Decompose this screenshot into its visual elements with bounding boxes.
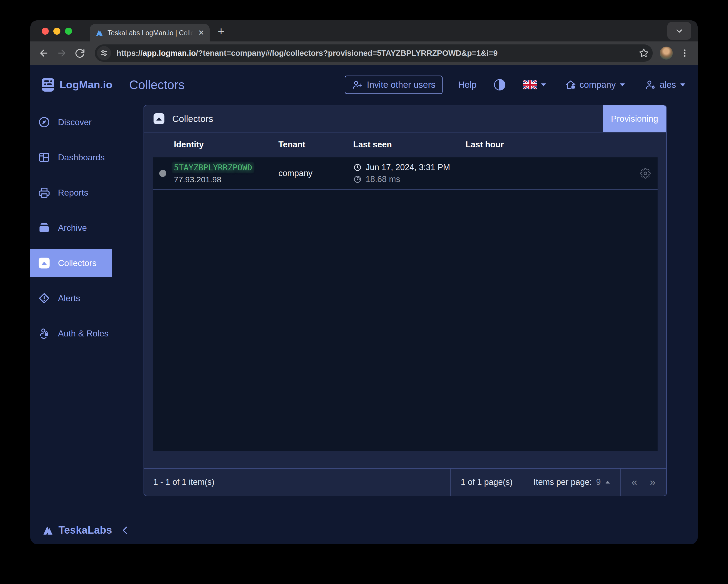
bookmark-star-icon[interactable] [639, 48, 649, 58]
footer-brand-name[interactable]: TeskaLabs [58, 525, 112, 536]
dashboard-grid-icon [38, 151, 50, 163]
table-row[interactable]: 5TAYZBPLYRRZPOWD 77.93.201.98 company [153, 157, 657, 189]
help-link[interactable]: Help [458, 80, 477, 90]
user-label: ales [659, 80, 676, 90]
archive-box-icon [38, 222, 50, 234]
latency-icon [353, 175, 362, 184]
sidebar-item-label: Alerts [58, 294, 80, 303]
sidebar-item-label: Discover [58, 117, 92, 127]
sidebar-item-label: Collectors [58, 258, 97, 268]
tab-title: TeskaLabs LogMan.io | Collec [107, 29, 193, 37]
items-count: 1 - 1 of 1 item(s) [144, 468, 450, 496]
back-button-icon[interactable] [38, 48, 49, 58]
forward-button-icon[interactable] [56, 48, 67, 58]
page-title: Collectors [129, 77, 185, 92]
items-per-page-label: Items per page: [534, 477, 592, 487]
logman-logo-icon [40, 77, 56, 93]
sidebar-item-archive[interactable]: Archive [30, 214, 116, 242]
user-lock-icon [38, 327, 50, 340]
sidebar-item-reports[interactable]: Reports [30, 178, 116, 207]
minimize-window-button[interactable] [53, 28, 60, 35]
new-tab-button[interactable]: + [218, 26, 225, 37]
brand-name: LogMan.io [59, 79, 112, 91]
clock-icon [353, 163, 362, 172]
browser-menu-icon[interactable] [680, 48, 690, 58]
theme-contrast-toggle[interactable] [494, 79, 505, 91]
home-lock-icon [565, 79, 576, 91]
user-gear-icon [645, 79, 656, 91]
chevron-down-icon [680, 83, 685, 86]
teskalabs-favicon-icon [95, 29, 103, 37]
app-body: Discover Dashboards [30, 105, 698, 497]
chevron-down-icon [675, 26, 684, 35]
tenant-cell: company [279, 169, 353, 178]
caret-up-icon [605, 481, 610, 483]
panel-header: Collectors Provisioning [144, 105, 666, 132]
previous-page-button[interactable]: « [631, 477, 637, 488]
panel-body: Identity Tenant Last seen Last hour [144, 132, 666, 468]
last-seen-cell: Jun 17, 2024, 3:31 PM [353, 162, 466, 184]
items-per-page: Items per page: 9 [523, 468, 620, 496]
reload-button-icon[interactable] [74, 48, 85, 58]
tab-search-button[interactable] [667, 22, 691, 40]
sidebar-item-discover[interactable]: Discover [30, 108, 116, 136]
identity-cell: 5TAYZBPLYRRZPOWD 77.93.201.98 [174, 162, 279, 184]
sidebar-item-label: Auth & Roles [58, 329, 109, 338]
user-plus-icon [352, 79, 363, 90]
collectors-image-icon [38, 257, 50, 269]
sidebar: Discover Dashboards [30, 105, 116, 497]
tenant-label: company [579, 80, 616, 90]
main-content: Collectors Provisioning Identity Tenant … [116, 105, 698, 497]
zoom-window-button[interactable] [65, 28, 72, 35]
browser-toolbar: https://app.logman.io/?tenant=company#/l… [30, 42, 698, 65]
compass-icon [38, 116, 50, 128]
sidebar-item-alerts[interactable]: Alerts [30, 284, 116, 312]
app-header: LogMan.io Collectors Invite other users … [30, 65, 698, 105]
language-dropdown[interactable] [523, 80, 546, 90]
collectors-image-icon [153, 112, 165, 125]
collector-status-dot [159, 170, 166, 177]
invite-users-button[interactable]: Invite other users [345, 76, 443, 94]
browser-tab[interactable]: TeskaLabs LogMan.io | Collec ✕ [90, 24, 210, 42]
sidebar-collapse-chevron-icon[interactable] [120, 525, 131, 536]
tab-close-icon[interactable]: ✕ [198, 29, 205, 37]
collector-identity-link[interactable]: 5TAYZBPLYRRZPOWD [172, 162, 254, 173]
tune-icon [100, 49, 108, 57]
chevron-down-icon [620, 83, 625, 86]
row-settings-gear-icon[interactable] [640, 168, 651, 179]
provisioning-button[interactable]: Provisioning [603, 105, 666, 132]
user-dropdown[interactable]: ales [645, 79, 685, 91]
close-window-button[interactable] [42, 28, 49, 35]
column-last-seen: Last seen [353, 140, 466, 150]
uk-flag-icon [523, 80, 537, 90]
tenant-dropdown[interactable]: company [565, 79, 625, 91]
screenshot-canvas: TeskaLabs LogMan.io | Collec ✕ + [0, 0, 728, 584]
traffic-lights [30, 28, 72, 42]
table-header: Identity Tenant Last seen Last hour [153, 132, 657, 157]
sidebar-item-label: Reports [58, 188, 88, 198]
column-last-hour: Last hour [466, 140, 633, 150]
column-identity: Identity [174, 140, 279, 150]
logman-app: LogMan.io Collectors Invite other users … [30, 65, 698, 544]
sidebar-item-auth-roles[interactable]: Auth & Roles [30, 319, 116, 348]
latency-value: 18.68 ms [366, 174, 400, 184]
sidebar-item-collectors[interactable]: Collectors [30, 249, 112, 277]
browser-window: TeskaLabs LogMan.io | Collec ✕ + [30, 20, 698, 544]
url-bar[interactable]: https://app.logman.io/?tenant=company#/l… [95, 45, 653, 62]
table-body: 5TAYZBPLYRRZPOWD 77.93.201.98 company [153, 157, 657, 451]
sidebar-item-dashboards[interactable]: Dashboards [30, 143, 116, 172]
page-count: 1 of 1 page(s) [450, 468, 523, 496]
logman-brand[interactable]: LogMan.io [40, 77, 112, 93]
pagination-bar: 1 - 1 of 1 item(s) 1 of 1 page(s) Items … [144, 468, 666, 496]
chevron-down-icon [541, 83, 546, 86]
sidebar-item-label: Archive [58, 223, 87, 233]
column-tenant: Tenant [279, 140, 353, 150]
next-page-button[interactable]: » [650, 477, 655, 488]
site-settings-button[interactable] [97, 46, 111, 60]
profile-avatar[interactable] [660, 47, 673, 59]
pager-buttons: « » [620, 468, 666, 496]
app-footer: TeskaLabs [30, 497, 698, 544]
alert-diamond-icon [38, 292, 50, 304]
items-per-page-select[interactable]: 9 [596, 477, 601, 487]
invite-users-label: Invite other users [367, 80, 436, 90]
